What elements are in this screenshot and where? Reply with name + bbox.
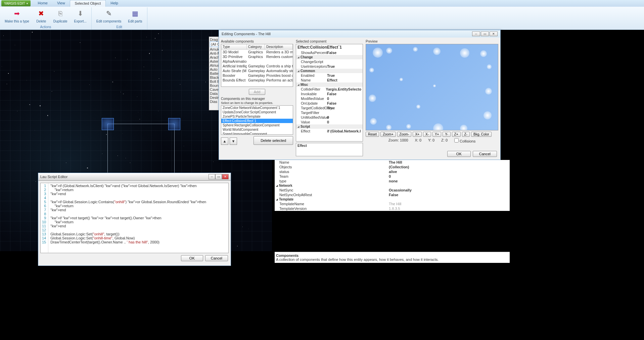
table-row[interactable]: Auto Strafe (M...GameplayAutomatically s… bbox=[221, 68, 293, 73]
ribbon-make-this-a-type[interactable]: ➡Make this a type bbox=[2, 7, 32, 24]
property-row[interactable]: Objects(Collection) bbox=[275, 165, 510, 169]
property-row[interactable]: NameThe Hill bbox=[275, 160, 510, 165]
ribbon-icon: ⬇ bbox=[75, 8, 86, 19]
ribbon-icon: ▦ bbox=[130, 8, 140, 19]
ok-button[interactable]: OK bbox=[181, 255, 203, 261]
cancel-button[interactable]: Cancel bbox=[473, 151, 497, 157]
property-row[interactable]: OnUpdateFalse bbox=[296, 101, 363, 106]
table-row[interactable]: Bounds EffectGameplayPerforms an action … bbox=[221, 78, 293, 82]
property-category[interactable]: Network bbox=[275, 183, 510, 188]
property-grid[interactable]: Effect:CollisionEffect`1 ShowAsPercentFa… bbox=[296, 44, 363, 141]
table-row[interactable]: AlphaAnimation bbox=[221, 59, 293, 64]
preview-bkgcolor[interactable]: Bkg. Color bbox=[471, 132, 492, 137]
table-row[interactable]: Artificial Intellig...GameplayControls a… bbox=[221, 64, 293, 68]
property-row[interactable]: UnModifiedValue0 bbox=[296, 115, 363, 120]
property-row[interactable]: typenone bbox=[275, 179, 510, 183]
close-button[interactable]: ✕ bbox=[490, 32, 498, 36]
close-button[interactable]: ✕ bbox=[222, 174, 229, 179]
table-row[interactable]: BoosterGameplayProvides boost capa bbox=[221, 73, 293, 78]
minimize-button[interactable]: ─ bbox=[209, 174, 215, 179]
preview-y[interactable]: Y- bbox=[443, 132, 450, 137]
property-row[interactable]: TemplateNameThe Hill bbox=[275, 202, 510, 206]
move-down-button[interactable]: ▼ bbox=[230, 137, 237, 145]
property-row[interactable]: InvokableFalse bbox=[296, 92, 363, 96]
cancel-button[interactable]: Cancel bbox=[205, 255, 228, 261]
preview-reset[interactable]: Reset bbox=[366, 132, 379, 137]
available-table[interactable]: TypeCategoryDescription 3D ModelGraphics… bbox=[221, 44, 293, 87]
menu-tab-home[interactable]: Home bbox=[33, 0, 52, 7]
menu-tab-selected-object[interactable]: Selected Object bbox=[70, 0, 106, 7]
script-editor-title: Lau Script Editor bbox=[40, 175, 67, 179]
property-row[interactable]: Value0 bbox=[296, 120, 363, 124]
ribbon-group-label: Edit bbox=[92, 25, 147, 29]
entity-description: Components A collection of components th… bbox=[275, 252, 510, 263]
property-category[interactable]: Template bbox=[275, 197, 510, 202]
menu-tab-view[interactable]: View bbox=[52, 0, 70, 7]
property-row[interactable]: statusalive bbox=[275, 169, 510, 174]
property-row[interactable]: TargetCollidedOnlyTrue bbox=[296, 106, 363, 110]
script-editor-dialog: Lau Script Editor ─ ▭ ✕ 1234567891011121… bbox=[38, 173, 231, 266]
ribbon-edit-components[interactable]: ✎Edit components bbox=[94, 7, 124, 24]
list-item[interactable]: ZonePS:ParticleTemplate bbox=[221, 114, 293, 119]
property-category[interactable]: Misc bbox=[296, 82, 363, 87]
property-row[interactable]: TemplateVersion1.8.3.5 bbox=[275, 206, 510, 211]
preview-zoom[interactable]: Zoom+ bbox=[380, 132, 396, 137]
preview-y[interactable]: Y+ bbox=[432, 132, 442, 137]
add-button[interactable]: Add bbox=[249, 89, 266, 95]
property-category[interactable]: Change bbox=[296, 55, 363, 59]
preview-z[interactable]: Z- bbox=[462, 132, 470, 137]
property-row[interactable]: ShowAsPercentFalse bbox=[296, 50, 363, 55]
column-header[interactable]: Category bbox=[247, 44, 265, 49]
list-item[interactable]: World:WorldComponent bbox=[221, 127, 293, 132]
property-row[interactable]: Effectif (Global.Network.I bbox=[296, 129, 363, 133]
property-row[interactable]: UseInterceptorsTrue bbox=[296, 64, 363, 69]
ribbon: ➡Make this a type✖Delete⎘Duplicate⬇Expor… bbox=[0, 7, 644, 30]
preview-x[interactable]: X+ bbox=[413, 132, 422, 137]
column-header[interactable]: Description bbox=[265, 44, 293, 49]
property-row[interactable]: TargetFilter bbox=[296, 110, 363, 115]
property-row[interactable]: NetSyncOnlyAtRestFalse bbox=[275, 192, 510, 197]
property-row[interactable]: Team0 bbox=[275, 174, 510, 179]
ribbon-edit-parts[interactable]: ▦Edit parts bbox=[125, 7, 145, 24]
preview-info-z: Z: 0 bbox=[441, 138, 448, 143]
preview-canvas[interactable] bbox=[366, 44, 498, 130]
ribbon-export---[interactable]: ⬇Export... bbox=[72, 7, 89, 24]
list-item[interactable]: UpdateZoneColor:ScriptComponent bbox=[221, 110, 293, 114]
list-item[interactable]: Speed:ImmovableComponent bbox=[221, 132, 293, 135]
ok-button[interactable]: OK bbox=[447, 151, 471, 157]
property-category[interactable]: Common bbox=[296, 69, 363, 73]
delete-selected-button[interactable]: Delete selected bbox=[254, 136, 293, 145]
property-row[interactable]: NameEffect bbox=[296, 78, 363, 82]
collisions-checkbox[interactable] bbox=[454, 138, 459, 143]
manager-list[interactable]: ZoneColor:NetworkValueComponent`1UpdateZ… bbox=[221, 105, 293, 135]
ribbon-icon: ✎ bbox=[103, 8, 114, 19]
code-editor[interactable]: 123456789101112131415 "kw">if (Global.Ne… bbox=[40, 183, 229, 253]
menu-tab-help[interactable]: Help bbox=[106, 0, 123, 7]
app-menu-button[interactable]: YARGIS EDIT bbox=[1, 0, 31, 6]
preview-x[interactable]: X- bbox=[423, 132, 431, 137]
script-editor-titlebar[interactable]: Lau Script Editor ─ ▭ ✕ bbox=[38, 173, 231, 181]
preview-zoom[interactable]: Zoom- bbox=[397, 132, 412, 137]
table-row[interactable]: 3D PrimitiveGraphicsRenders custom 3D bbox=[221, 54, 293, 59]
column-header[interactable]: Type bbox=[221, 44, 247, 49]
selection-handle[interactable] bbox=[102, 118, 114, 130]
property-category[interactable]: Script bbox=[296, 124, 363, 129]
maximize-button[interactable]: ▭ bbox=[481, 32, 489, 36]
property-row[interactable]: CollideFilterYargis.EntitySelecto bbox=[296, 87, 363, 92]
ribbon-delete[interactable]: ✖Delete bbox=[33, 7, 49, 24]
list-item[interactable]: Sphere:RectangleCollisionComponent bbox=[221, 123, 293, 127]
property-row[interactable]: NetSyncOcassionally bbox=[275, 188, 510, 192]
ribbon-duplicate[interactable]: ⎘Duplicate bbox=[51, 7, 70, 24]
dialog-titlebar[interactable]: Editing Components - The Hill ─ ▭ ✕ bbox=[219, 30, 500, 38]
move-up-button[interactable]: ▲ bbox=[221, 137, 228, 145]
maximize-button[interactable]: ▭ bbox=[215, 174, 222, 179]
property-row[interactable]: EnabledTrue bbox=[296, 73, 363, 78]
selection-handle[interactable] bbox=[168, 118, 180, 130]
table-row[interactable]: 3D ModelGraphicsRenders a 3D mode bbox=[221, 50, 293, 54]
property-row[interactable]: ChangeScript bbox=[296, 59, 363, 64]
list-item[interactable]: ZoneColor:NetworkValueComponent`1 bbox=[221, 106, 293, 110]
minimize-button[interactable]: ─ bbox=[472, 32, 480, 36]
list-item[interactable]: Effect:CollisionEffect`1 bbox=[221, 119, 293, 123]
preview-z[interactable]: Z+ bbox=[452, 132, 461, 137]
property-row[interactable]: ModifiedValue0 bbox=[296, 96, 363, 101]
